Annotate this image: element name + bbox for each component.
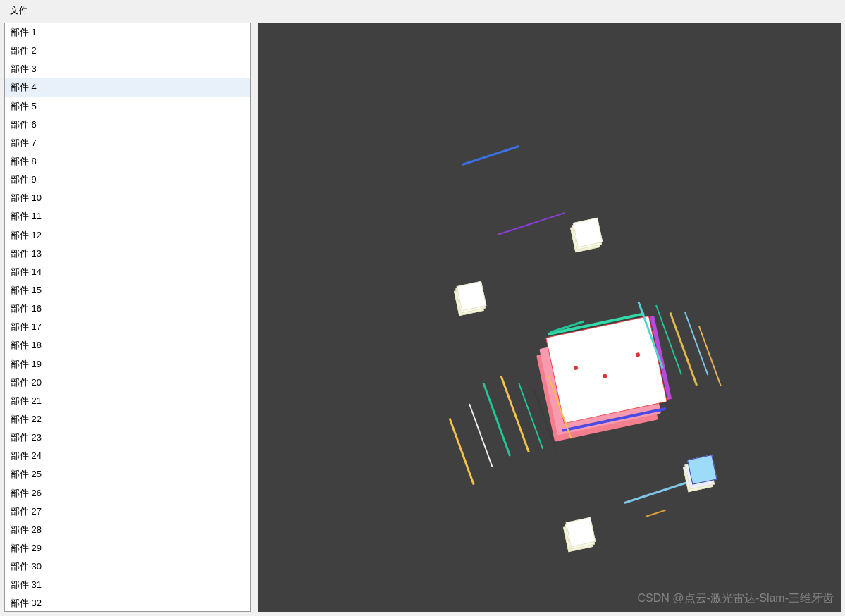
list-item[interactable]: 部件 7 — [5, 134, 250, 152]
list-item[interactable]: 部件 10 — [5, 189, 250, 207]
main-area: 部件 1部件 2部件 3部件 4部件 5部件 6部件 7部件 8部件 9部件 1… — [0, 18, 845, 616]
list-item[interactable]: 部件 2 — [5, 42, 250, 60]
list-item[interactable]: 部件 19 — [5, 355, 250, 374]
list-item[interactable]: 部件 15 — [5, 281, 250, 300]
list-item[interactable]: 部件 6 — [5, 116, 250, 134]
list-item[interactable]: 部件 22 — [5, 410, 250, 429]
square-layer — [566, 517, 596, 548]
watermark: CSDN @点云-激光雷达-Slam-三维牙齿 — [638, 591, 834, 606]
list-item[interactable]: 部件 28 — [5, 521, 250, 539]
parts-list[interactable]: 部件 1部件 2部件 3部件 4部件 5部件 6部件 7部件 8部件 9部件 1… — [4, 23, 251, 612]
list-item[interactable]: 部件 13 — [5, 245, 250, 263]
scene-square-stack — [566, 517, 596, 548]
list-item[interactable]: 部件 11 — [5, 207, 250, 226]
square-layer — [687, 455, 717, 485]
list-item[interactable]: 部件 5 — [5, 97, 250, 116]
list-item[interactable]: 部件 26 — [5, 484, 250, 503]
list-item[interactable]: 部件 24 — [5, 447, 250, 465]
list-item[interactable]: 部件 21 — [5, 392, 250, 410]
scene-square-stack — [686, 457, 716, 488]
menu-file[interactable]: 文件 — [7, 3, 31, 18]
list-item[interactable]: 部件 32 — [5, 594, 250, 612]
list-item[interactable]: 部件 20 — [5, 374, 250, 392]
scene-line — [462, 145, 520, 166]
list-item[interactable]: 部件 4 — [5, 78, 250, 97]
list-item[interactable]: 部件 14 — [5, 263, 250, 281]
list-item[interactable]: 部件 31 — [5, 576, 250, 594]
viewport-3d[interactable]: CSDN @点云-激光雷达-Slam-三维牙齿 — [258, 23, 841, 612]
scene-line — [518, 383, 543, 450]
scene-line — [498, 212, 565, 235]
scene-line — [670, 312, 698, 386]
list-item[interactable]: 部件 12 — [5, 226, 250, 245]
square-layer — [457, 281, 487, 312]
list-item[interactable]: 部件 16 — [5, 300, 250, 318]
list-item[interactable]: 部件 27 — [5, 503, 250, 521]
list-item[interactable]: 部件 8 — [5, 152, 250, 171]
square-layer — [573, 218, 603, 248]
list-item[interactable]: 部件 23 — [5, 429, 250, 447]
menubar: 文件 — [0, 0, 845, 18]
list-item[interactable]: 部件 3 — [5, 60, 250, 78]
list-item[interactable]: 部件 25 — [5, 465, 250, 483]
list-item[interactable]: 部件 18 — [5, 336, 250, 355]
scene-line — [469, 404, 493, 467]
list-item[interactable]: 部件 1 — [5, 23, 250, 42]
list-item[interactable]: 部件 17 — [5, 318, 250, 336]
scene-line — [646, 510, 666, 517]
list-item[interactable]: 部件 9 — [5, 171, 250, 189]
list-item[interactable]: 部件 29 — [5, 539, 250, 558]
list-item[interactable]: 部件 30 — [5, 558, 250, 576]
scene-square-stack — [573, 218, 603, 248]
scene-square-stack — [457, 281, 487, 312]
scene-line — [449, 418, 475, 485]
